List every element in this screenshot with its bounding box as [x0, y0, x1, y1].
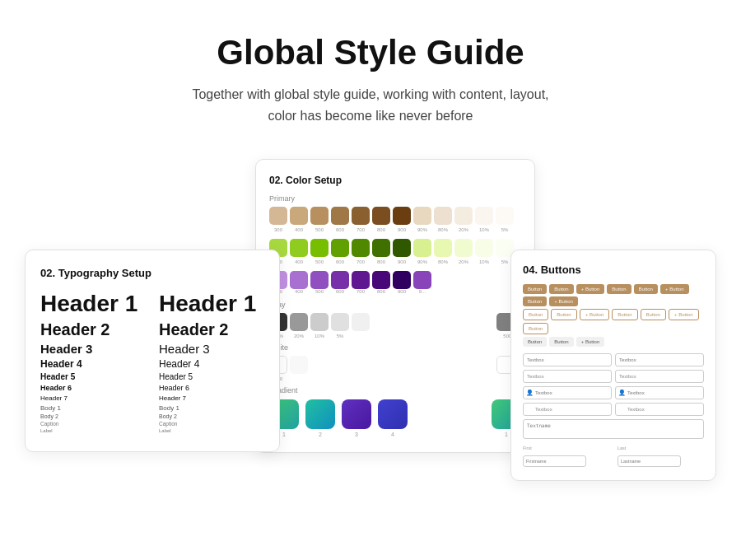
gradient-label: Gradient [269, 386, 521, 394]
select-input-1[interactable]: Textbox [523, 370, 612, 383]
select-wrapper-2: Textbox [615, 370, 704, 383]
label-600: 600 [331, 227, 349, 232]
textbox-input-2[interactable] [615, 353, 704, 366]
btn-outline-4[interactable]: Button [612, 309, 637, 320]
gradient-item-2: 2 [305, 399, 335, 437]
body1-right: Body 1 [159, 404, 264, 412]
swatch-primary-500 [310, 207, 329, 225]
label-300: 300 [269, 227, 287, 232]
icon-select-wrapper-1: 👤 Textbox [523, 403, 612, 416]
btn-outline-7[interactable]: Button [523, 323, 548, 334]
footer-label-row: First Last [523, 446, 704, 467]
swatch-primary-90p [413, 207, 431, 225]
button-row-2: Button Button + Button Button Button + B… [523, 309, 704, 334]
btn-filled-6[interactable]: + Button [660, 284, 689, 294]
white-swatch-row [269, 356, 521, 374]
typography-section-title: 02. Typography Setup [40, 267, 264, 279]
swatch-green-20p [454, 239, 473, 257]
lastname-input[interactable] [618, 455, 681, 467]
btn-filled-2[interactable]: Button [549, 284, 573, 294]
header7-left: Header 7 [40, 394, 146, 402]
white-label: White [269, 343, 521, 352]
swatch-purple-600 [331, 271, 349, 289]
icon-select-wrapper-2: 👤 Textbox [615, 403, 704, 416]
swatch-gradient-2 [305, 399, 335, 429]
btn-outline-6[interactable]: + Button [669, 309, 699, 320]
header4-left: Header 4 [40, 358, 146, 370]
header2-right: Header 2 [159, 320, 264, 339]
swatch-green-500 [310, 239, 329, 257]
cards-container: 02. Typography Setup Header 1 Header 2 H… [16, 159, 725, 481]
btn-outline-2[interactable]: Button [551, 309, 576, 320]
swatch-white-light [290, 356, 308, 374]
swatch-purple-400 [290, 271, 308, 289]
header1-left: Header 1 [40, 292, 146, 317]
caption-right: Caption [159, 421, 264, 427]
page-title: Global Style Guide [217, 33, 524, 72]
page-subtitle: Together with global style guide, workin… [189, 84, 552, 126]
label-right: Label [159, 428, 264, 433]
btn-outline-1[interactable]: Button [523, 309, 548, 320]
swatch-gray-10 [331, 313, 349, 331]
header4-right: Header 4 [159, 358, 264, 370]
btn-light-2[interactable]: Button [549, 337, 573, 347]
first-col: First [523, 446, 609, 467]
buttons-card: 04. Buttons Button Button + Button Butto… [510, 250, 716, 481]
select-input-2[interactable]: Textbox [615, 370, 704, 383]
header7-right: Header 7 [159, 394, 264, 402]
icon-select-1[interactable]: Textbox [523, 403, 612, 416]
icon-select-row: 👤 Textbox 👤 Textbox [523, 403, 704, 416]
swatch-primary-10p [475, 207, 493, 225]
header2-left: Header 2 [40, 320, 146, 339]
btn-filled-1[interactable]: Button [523, 284, 547, 294]
header1-right: Header 1 [159, 291, 264, 317]
color-section-title: 02. Color Setup [269, 175, 521, 186]
green-swatch-row [269, 239, 521, 257]
typography-row: Header 1 Header 2 Header 3 Header 4 Head… [40, 291, 264, 435]
btn-outline-3[interactable]: + Button [580, 309, 610, 320]
swatch-green-80p [434, 239, 452, 257]
gradient-item-3: 3 [342, 399, 371, 437]
icon-input-wrapper-1: 👤 [523, 386, 612, 399]
swatch-purple-500 [310, 271, 329, 289]
header5-right: Header 5 [159, 372, 264, 381]
swatch-purple-cut [413, 271, 431, 289]
btn-filled-3[interactable]: + Button [576, 284, 605, 294]
swatch-primary-80p [434, 207, 452, 225]
icon-select-2[interactable]: Textbox [615, 403, 704, 416]
label-800: 800 [372, 227, 390, 232]
label-80p: 80% [434, 227, 452, 232]
btn-filled-7[interactable]: Button [523, 296, 547, 306]
textbox-input-1[interactable] [523, 353, 612, 366]
last-label: Last [618, 446, 704, 450]
btn-filled-8[interactable]: + Button [549, 296, 578, 306]
label-left: Label [40, 428, 146, 433]
gradient-item-4: 4 [378, 399, 408, 437]
swatch-primary-600 [331, 207, 349, 225]
firstname-input[interactable] [523, 455, 586, 467]
swatch-primary-400 [290, 207, 308, 225]
header3-right: Header 3 [159, 342, 264, 356]
swatch-green-10p [475, 239, 493, 257]
btn-filled-5[interactable]: Button [634, 284, 658, 294]
gray-swatch-row [269, 313, 521, 331]
swatch-primary-800 [372, 207, 390, 225]
btn-outline-5[interactable]: Button [641, 309, 666, 320]
swatch-gradient-3 [342, 399, 371, 429]
swatch-purple-700 [352, 271, 370, 289]
btn-light-3[interactable]: + Button [576, 337, 605, 347]
swatch-gray-40 [290, 313, 308, 331]
btn-filled-4[interactable]: Button [607, 284, 631, 294]
btn-light-1[interactable]: Button [523, 337, 547, 347]
icon-input-2[interactable] [615, 386, 704, 399]
textarea-input[interactable] [523, 419, 704, 439]
gradient-swatch-row: 1 2 3 4 1 [269, 399, 521, 437]
label-5p: 5% [496, 227, 514, 232]
typography-left-col: Header 1 Header 2 Header 3 Header 4 Head… [40, 292, 146, 435]
icon-input-1[interactable] [523, 386, 612, 399]
caption-left: Caption [40, 421, 146, 427]
page-wrapper: Global Style Guide Together with global … [0, 0, 741, 560]
body2-left: Body 2 [40, 413, 146, 419]
swatch-green-900 [393, 239, 411, 257]
swatch-primary-300 [269, 207, 287, 225]
